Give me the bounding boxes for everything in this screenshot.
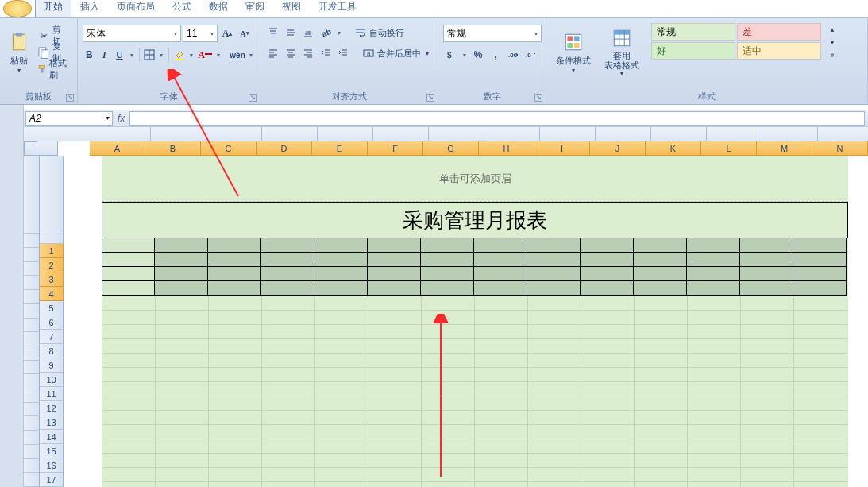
fill-color-button[interactable] — [172, 47, 186, 63]
row-header-5[interactable]: 5 — [40, 301, 64, 315]
tab-formula[interactable]: 公式 — [164, 0, 200, 17]
tab-start[interactable]: 开始 — [35, 0, 71, 17]
table-cell[interactable] — [208, 238, 261, 253]
row-header-blank0[interactable] — [40, 230, 64, 244]
table-cell[interactable] — [314, 281, 368, 296]
row-header-outer-11[interactable] — [24, 388, 40, 403]
table-cell[interactable] — [102, 253, 155, 267]
table-cell[interactable] — [581, 267, 634, 281]
tab-layout[interactable]: 页面布局 — [108, 0, 164, 17]
row-header-outer-13[interactable] — [24, 416, 40, 431]
tab-dev[interactable]: 开发工具 — [310, 0, 365, 17]
borders-dropdown[interactable]: ▾ — [157, 52, 165, 59]
table-cell[interactable] — [261, 253, 314, 267]
tab-insert[interactable]: 插入 — [71, 0, 108, 17]
align-top-button[interactable] — [265, 25, 281, 41]
row-header-13[interactable]: 13 — [40, 415, 64, 430]
table-cell[interactable] — [261, 267, 314, 281]
row-header-15[interactable]: 15 — [40, 444, 64, 458]
font-color-button[interactable]: A — [197, 47, 213, 63]
shrink-font-button[interactable]: A▾ — [237, 25, 253, 41]
conditional-format-button[interactable]: 条件格式▾ — [551, 23, 596, 82]
row-header-6[interactable]: 6 — [40, 315, 64, 330]
col-header-M[interactable]: M — [757, 141, 812, 156]
decrease-indent-button[interactable] — [318, 45, 334, 61]
table-cell[interactable] — [581, 253, 634, 267]
table-cell[interactable] — [793, 281, 847, 296]
table-cell[interactable] — [740, 267, 793, 281]
col-header-C[interactable]: C — [201, 141, 257, 156]
table-cell[interactable] — [687, 238, 740, 253]
table-cell[interactable] — [634, 238, 687, 253]
table-cell[interactable] — [208, 267, 261, 281]
table-cell[interactable] — [314, 253, 368, 267]
table-cell[interactable] — [102, 238, 155, 253]
table-cell[interactable] — [634, 253, 687, 267]
format-table-button[interactable]: 套用 表格格式▾ — [597, 23, 646, 82]
row-header-12[interactable]: 12 — [40, 401, 64, 415]
tab-view[interactable]: 视图 — [273, 0, 310, 17]
row-header-9[interactable]: 9 — [40, 358, 64, 373]
align-middle-button[interactable] — [283, 25, 299, 41]
row-header-3[interactable]: 3 — [40, 272, 64, 287]
styles-gallery-open[interactable]: ▿ — [824, 48, 840, 61]
name-box[interactable]: A2▾ — [25, 111, 113, 126]
decrease-decimal-button[interactable]: .0 — [523, 47, 538, 63]
row-header-outer-6[interactable] — [24, 319, 40, 333]
table-cell[interactable] — [687, 267, 740, 281]
number-format-combo[interactable]: 常规▾ — [443, 25, 542, 42]
table-cell[interactable] — [155, 267, 208, 281]
table-cell[interactable] — [687, 281, 740, 296]
bold-button[interactable]: B — [83, 47, 96, 63]
select-all-corner-2[interactable] — [37, 141, 57, 156]
row-header-outer-8[interactable] — [24, 346, 40, 361]
col-header-B[interactable]: B — [145, 141, 201, 156]
row-header-outer-12[interactable] — [24, 403, 40, 417]
table-cell[interactable] — [740, 253, 793, 267]
col-header-J[interactable]: J — [590, 141, 646, 156]
row-header-8[interactable]: 8 — [40, 344, 64, 358]
table-cell[interactable] — [527, 267, 581, 281]
paste-button[interactable]: 粘贴 ▾ — [5, 23, 33, 82]
currency-dropdown[interactable]: ▾ — [461, 52, 469, 59]
row-header-4[interactable]: 4 — [40, 287, 64, 301]
orientation-dropdown[interactable]: ▾ — [335, 29, 343, 37]
cell-style-bad[interactable]: 差 — [737, 23, 821, 41]
number-dialog-launcher[interactable]: ↘ — [534, 94, 542, 102]
table-cell[interactable] — [155, 253, 208, 267]
row-header-outer-5[interactable] — [24, 304, 40, 319]
row-header-1[interactable]: 1 — [40, 244, 64, 258]
row-header-14[interactable]: 14 — [40, 430, 64, 444]
underline-button[interactable]: U — [113, 47, 126, 63]
align-left-button[interactable] — [265, 45, 281, 61]
table-cell[interactable] — [634, 281, 687, 296]
col-header-F[interactable]: F — [368, 141, 423, 156]
clipboard-dialog-launcher[interactable]: ↘ — [66, 94, 74, 102]
row-header-outer-16[interactable] — [24, 459, 40, 473]
row-header-7[interactable]: 7 — [40, 330, 64, 344]
title-cell[interactable]: 采购管理月报表 — [102, 202, 848, 238]
tab-review[interactable]: 审阅 — [237, 0, 273, 17]
row-header-outer-15[interactable] — [24, 445, 40, 459]
table-cell[interactable] — [208, 281, 261, 296]
table-cell[interactable] — [421, 238, 474, 253]
row-header-17[interactable]: 17 — [40, 473, 64, 487]
cell-style-neutral[interactable]: 适中 — [737, 42, 821, 60]
styles-scroll-up[interactable]: ▴ — [824, 23, 840, 36]
table-cell[interactable] — [740, 281, 793, 296]
table-cell[interactable] — [527, 238, 581, 253]
table-cell[interactable] — [474, 253, 527, 267]
page-body-grid[interactable] — [102, 296, 848, 487]
table-cell[interactable] — [208, 253, 261, 267]
row-header-11[interactable]: 11 — [40, 387, 64, 401]
table-cell[interactable] — [421, 267, 474, 281]
col-header-E[interactable]: E — [312, 141, 368, 156]
percent-button[interactable]: % — [470, 47, 486, 63]
table-cell[interactable] — [261, 238, 314, 253]
italic-button[interactable]: I — [98, 47, 111, 63]
align-dialog-launcher[interactable]: ↘ — [426, 94, 434, 102]
table-cell[interactable] — [261, 281, 314, 296]
table-cell[interactable] — [793, 267, 847, 281]
select-all-corner-1[interactable] — [24, 141, 37, 156]
row-header-outer-0[interactable] — [24, 234, 40, 248]
